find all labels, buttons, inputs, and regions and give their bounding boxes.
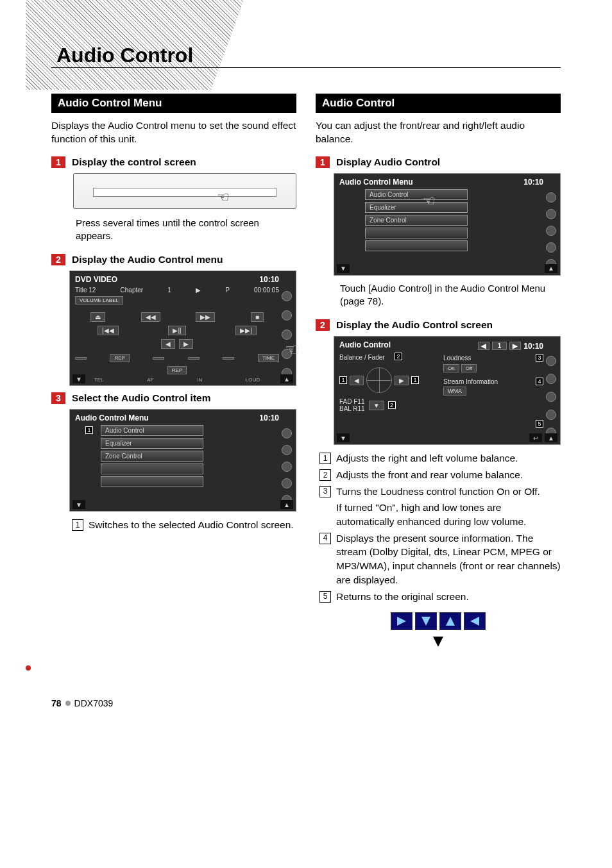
- tab-next[interactable]: ▶: [509, 342, 521, 350]
- audio-control-menu-screen-r: Audio Control Menu 10:10 Audio Control E…: [334, 173, 561, 276]
- red-dot-marker: [26, 665, 31, 671]
- svg-marker-2: [446, 617, 455, 626]
- annotation-1b: 1: [411, 376, 419, 384]
- blank-button[interactable]: [153, 357, 164, 360]
- nav-tri-down: [415, 612, 437, 630]
- stream-value: WMA: [443, 387, 466, 396]
- annotation-4: 4: [536, 378, 543, 385]
- playpause-button[interactable]: ▶||: [168, 326, 185, 335]
- stop-button[interactable]: ■: [251, 312, 264, 322]
- nav-up-icon[interactable]: ▲: [545, 264, 557, 273]
- side-icon[interactable]: [282, 310, 292, 321]
- rep2-button[interactable]: REP: [167, 366, 187, 374]
- rep-button[interactable]: REP: [110, 354, 129, 362]
- down-arrow-button[interactable]: ▼: [369, 401, 384, 410]
- hand-icon: ☜: [285, 340, 300, 360]
- menu-item-zone-control[interactable]: Zone Control: [101, 451, 203, 462]
- callout-number: 3: [319, 486, 331, 497]
- side-icon[interactable]: [546, 209, 556, 219]
- side-icon[interactable]: [282, 478, 292, 488]
- step-2-row: 2 Display the Audio Control menu: [51, 254, 296, 265]
- rewind-button[interactable]: ◀◀: [141, 312, 160, 322]
- nav-up-icon[interactable]: ▲: [280, 500, 293, 509]
- blank-button[interactable]: [75, 357, 87, 360]
- intro-right: You can adjust the front/rear and right/…: [316, 119, 561, 146]
- right-column: Audio Control You can adjust the front/r…: [316, 94, 561, 647]
- time-button[interactable]: TIME: [258, 354, 279, 362]
- fad-label: FAD F11: [339, 398, 365, 405]
- step-label: Display the Audio Control menu: [72, 254, 223, 265]
- screen-clock: 10:10: [259, 413, 279, 422]
- nav-down-icon[interactable]: ▼: [337, 433, 350, 442]
- screen-clock: 10:10: [523, 178, 543, 187]
- side-icon[interactable]: [282, 462, 292, 472]
- step-label: Select the Audio Control item: [72, 392, 210, 404]
- callout-item: 1 Adjusts the right and left volume bala…: [319, 451, 561, 465]
- side-icon[interactable]: [282, 428, 292, 438]
- bal-label: BAL R11: [339, 405, 365, 412]
- right-button[interactable]: ▶: [179, 339, 193, 349]
- side-icon[interactable]: [282, 445, 292, 455]
- prev-button[interactable]: |◀◀: [98, 326, 119, 335]
- menu-item-audio-control[interactable]: Audio Control: [101, 425, 203, 436]
- svg-marker-1: [421, 617, 430, 626]
- callout-text: Returns to the original screen.: [336, 590, 561, 604]
- dvd-video-screen: DVD VIDEO 10:10 Title 12 Chapter 1 ▶ P 0…: [69, 271, 296, 386]
- screen-clock: 10:10: [523, 342, 543, 351]
- loud-off-button[interactable]: Off: [461, 364, 477, 372]
- intro-left: Displays the Audio Control menu to set t…: [51, 119, 296, 146]
- callout-text: Switches to the selected Audio Control s…: [89, 518, 296, 532]
- side-icon[interactable]: [546, 226, 556, 236]
- step-3-row: 3 Select the Audio Control item: [51, 392, 296, 404]
- menu-item-blank[interactable]: [365, 228, 468, 238]
- callout-text: Adjusts the right and left volume balanc…: [336, 451, 561, 465]
- next-button[interactable]: ▶▶|: [235, 326, 257, 335]
- side-icons: [282, 287, 293, 383]
- nav-up-icon[interactable]: ▲: [545, 433, 557, 442]
- menu-item-equalizer[interactable]: Equalizer: [365, 202, 468, 213]
- volume-label-button[interactable]: VOLUME LABEL: [75, 296, 123, 305]
- nav-up-icon[interactable]: ▲: [280, 374, 293, 383]
- step-badge: 2: [51, 254, 65, 265]
- callout-number: 1: [319, 453, 331, 464]
- nav-down-icon[interactable]: ▼: [72, 500, 85, 509]
- menu-item-blank[interactable]: [101, 476, 203, 487]
- nav-triangles: [316, 612, 561, 630]
- svg-marker-4: [433, 637, 443, 647]
- menu-item-blank[interactable]: [365, 240, 468, 251]
- side-icon[interactable]: [546, 410, 556, 420]
- side-icon[interactable]: [546, 392, 556, 402]
- ffwd-button[interactable]: ▶▶: [196, 312, 215, 322]
- nav-down-icon[interactable]: ▼: [72, 374, 85, 383]
- side-icon[interactable]: [546, 356, 556, 366]
- side-icon[interactable]: [546, 242, 556, 253]
- menu-item-equalizer[interactable]: Equalizer: [101, 438, 203, 449]
- step-badge: 1: [316, 156, 330, 168]
- menu-item-audio-control[interactable]: Audio Control: [365, 189, 468, 200]
- eject-button[interactable]: ⏏: [90, 312, 105, 322]
- return-icon[interactable]: ↩: [529, 433, 542, 442]
- left-button[interactable]: ◀: [161, 339, 175, 349]
- side-icon[interactable]: [282, 330, 292, 340]
- menu-item-blank[interactable]: [101, 463, 203, 474]
- loud-on-button[interactable]: On: [443, 364, 459, 372]
- nav-down-icon[interactable]: ▼: [337, 264, 350, 273]
- side-icon[interactable]: [546, 374, 556, 384]
- side-icon[interactable]: [546, 192, 556, 203]
- side-icon[interactable]: [282, 291, 292, 301]
- annotation-3: 3: [536, 354, 543, 362]
- crosshair-control[interactable]: [366, 367, 392, 393]
- side-icons: [546, 352, 557, 442]
- loudness-label: Loudness: [443, 355, 471, 362]
- tab-prev[interactable]: ◀: [478, 342, 489, 350]
- left-arrow-button[interactable]: ◀: [350, 376, 364, 385]
- tab-1[interactable]: 1: [492, 342, 507, 350]
- callout-item: 1 Switches to the selected Audio Control…: [72, 518, 296, 532]
- screen-heading: DVD VIDEO: [75, 275, 117, 284]
- hand-icon: ☜: [423, 193, 436, 210]
- blank-button[interactable]: [223, 357, 234, 360]
- blank-button[interactable]: [188, 357, 200, 360]
- menu-item-zone-control[interactable]: Zone Control: [365, 215, 468, 226]
- step-label: Display the Audio Control screen: [336, 319, 493, 331]
- right-arrow-button[interactable]: ▶: [395, 376, 409, 385]
